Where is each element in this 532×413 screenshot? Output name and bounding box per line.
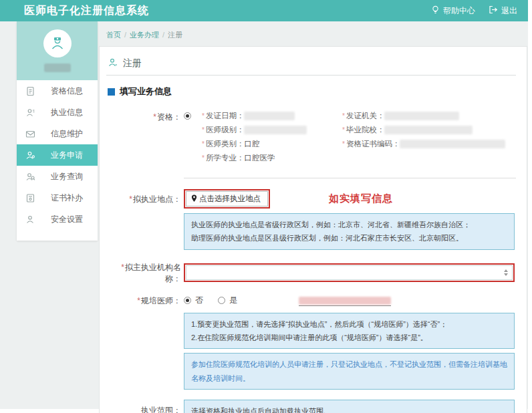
certificate-icon: [25, 193, 35, 203]
breadcrumb: 首页/业务办理/注册: [99, 27, 527, 46]
breadcrumb-separator: /: [124, 31, 126, 39]
trainee-no-label: 否: [195, 295, 203, 306]
breadcrumb-home[interactable]: 首页: [106, 31, 121, 39]
sidebar-item-qualification-info[interactable]: 资格信息: [17, 80, 98, 102]
section-bullet-icon: [108, 88, 115, 96]
sidebar-item-business-query[interactable]: 业务查询: [17, 166, 98, 187]
certificate-number-field: *资格证书编码：: [342, 139, 505, 149]
user-apply-icon: [25, 150, 35, 160]
location-hint-box: 执业医师的执业地点是省级行政区划，例如：北京市、河北省、新疆维吾尔族自治区； 助…: [184, 213, 515, 250]
sidebar: 资格信息 执业信息 信息维护 业务申请 业务查询: [17, 21, 98, 241]
document-icon: [25, 86, 35, 96]
redacted-note: [299, 295, 391, 306]
user-search-icon: [25, 172, 35, 182]
major-field: *所学专业：口腔医学: [202, 153, 342, 163]
content-panel: 注册 填写业务信息 *资格： *发证日期：: [99, 46, 527, 413]
help-center-link[interactable]: 帮助中心: [431, 5, 475, 17]
practice-location-label: 拟执业地点：: [133, 194, 181, 204]
mail-icon: [25, 129, 35, 139]
redacted-value: [384, 126, 473, 134]
registration-form: *资格： *发证日期： *医师级别：: [106, 111, 516, 413]
avatar: [43, 29, 72, 57]
trainee-yes-label: 是: [229, 295, 237, 306]
breadcrumb-separator: /: [162, 31, 164, 39]
annotation-red-box: 点击选择执业地点: [184, 189, 270, 209]
redacted-value: [244, 126, 307, 134]
page-title: 注册: [106, 56, 516, 76]
trainee-note-box: 参加住院医师规范化培训的人员申请注册，只登记执业地点，不登记执业范围，但需备注培…: [184, 353, 515, 390]
qualification-row: *资格： *发证日期： *医师级别：: [106, 111, 516, 178]
trainee-doctor-label: 规培医师：: [141, 296, 181, 305]
practice-location-row: *拟执业地点： 点击选择执业地点 如实填写信息: [106, 189, 516, 209]
app-header: 医师电子化注册信息系统 帮助中心 退出: [0, 0, 528, 21]
combobox-spinner-icon[interactable]: [504, 269, 508, 276]
sidebar-item-certificate-reissue[interactable]: 证书补办: [17, 187, 98, 209]
sidebar-item-business-application[interactable]: 业务申请: [17, 144, 98, 166]
main-content: 首页/业务办理/注册 注册 填写业务信息 *资格：: [99, 27, 527, 413]
annotation-red-box: [184, 263, 515, 282]
breadcrumb-current: 注册: [168, 31, 182, 39]
issuing-authority-field: *发证机关：: [342, 111, 505, 121]
doctor-level-field: *医师级别：: [202, 125, 342, 135]
trainee-hint-box: 1.预变更执业范围，请先选择“拟执业地点”，然后此项（“规培医师”）选择“否”；…: [184, 313, 515, 350]
trainee-doctor-row: *规培医师： 否 是: [106, 295, 516, 307]
practice-scope-row: 执业范围： 选择资格和执业地点后自动加载执业范围.: [106, 400, 516, 413]
lightbulb-icon: [431, 5, 440, 17]
sidebar-item-security-settings[interactable]: 安全设置: [17, 209, 98, 230]
redacted-username: [44, 63, 71, 72]
qualification-radio[interactable]: [184, 112, 191, 120]
practice-scope-label: 执业范围：: [141, 406, 181, 413]
logout-link[interactable]: 退出: [489, 5, 517, 17]
select-location-button[interactable]: 点击选择执业地点: [186, 191, 268, 206]
section-title: 填写业务信息: [108, 86, 516, 98]
location-pin-icon: [191, 194, 197, 204]
user-profile: [17, 21, 98, 80]
user-icon: [108, 57, 118, 70]
main-organization-row: *拟主执业机构名称：: [106, 261, 516, 285]
practice-scope-hint-box: 选择资格和执业地点后自动加载执业范围.: [184, 400, 515, 413]
sidebar-item-practice-info[interactable]: 执业信息: [17, 102, 98, 123]
trainee-yes-radio[interactable]: [218, 297, 225, 304]
graduate-school-field: *毕业院校：: [342, 125, 505, 135]
redacted-value: [384, 112, 459, 120]
logout-icon: [489, 5, 498, 16]
app-title: 医师电子化注册信息系统: [24, 4, 149, 18]
user-card-icon: [25, 108, 35, 118]
user-shield-icon: [25, 215, 35, 225]
annotation-text: 如实填写信息: [329, 192, 393, 205]
issue-date-field: *发证日期：: [202, 111, 342, 121]
doctor-category-field: *医师类别：口腔: [202, 139, 342, 149]
breadcrumb-business[interactable]: 业务办理: [130, 31, 159, 39]
redacted-value: [400, 140, 505, 148]
qualification-label: 资格：: [157, 112, 181, 122]
trainee-no-radio[interactable]: [184, 297, 191, 304]
redacted-value: [244, 112, 295, 120]
sidebar-item-info-maintenance[interactable]: 信息维护: [17, 123, 98, 144]
app-window: 医师电子化注册信息系统 帮助中心 退出: [0, 0, 528, 409]
main-organization-select[interactable]: [186, 265, 513, 280]
main-organization-label: 拟主执业机构名称：: [125, 263, 181, 283]
